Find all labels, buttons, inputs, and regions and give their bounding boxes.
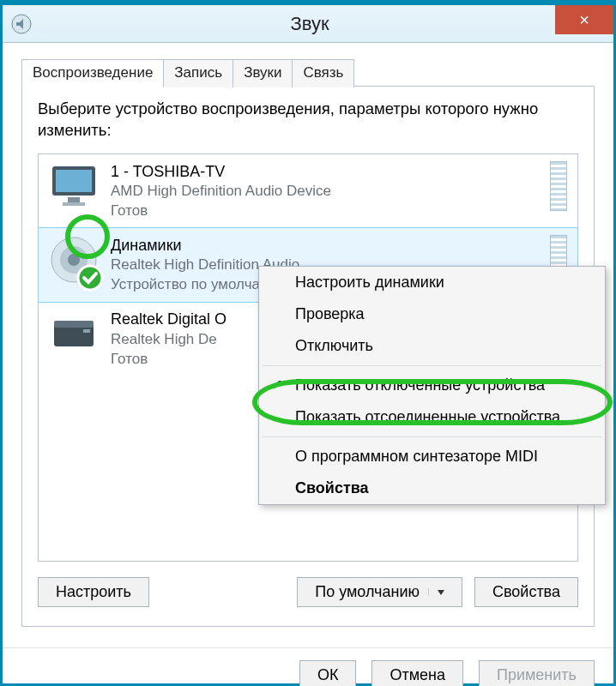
dialog-button-row: ОК Отмена Применить bbox=[3, 647, 613, 686]
svg-rect-5 bbox=[63, 202, 85, 206]
default-check-badge bbox=[76, 264, 104, 292]
tab-communications[interactable]: Связь bbox=[292, 59, 354, 87]
cancel-button[interactable]: Отмена bbox=[371, 660, 463, 686]
window-title: Звук bbox=[40, 13, 579, 35]
device-title: Динамики bbox=[111, 235, 543, 256]
set-default-label: По умолчанию bbox=[315, 583, 420, 601]
speaker-icon bbox=[49, 235, 99, 285]
chevron-down-icon bbox=[438, 590, 444, 595]
context-menu: Настроить динамики Проверка Отключить По… bbox=[258, 266, 606, 505]
menu-midi-synth[interactable]: О программном синтезаторе MIDI bbox=[259, 441, 605, 472]
tab-sounds[interactable]: Звуки bbox=[233, 59, 293, 87]
tab-strip: Воспроизведение Запись Звуки Связь bbox=[21, 59, 353, 87]
ok-button[interactable]: ОК bbox=[299, 660, 357, 686]
instruction-text: Выберите устройство воспроизведения, пар… bbox=[38, 99, 578, 141]
menu-configure-speakers[interactable]: Настроить динамики bbox=[259, 267, 605, 298]
menu-show-disabled[interactable]: Показать отключенные устройства bbox=[259, 370, 605, 401]
svg-rect-12 bbox=[83, 329, 90, 333]
menu-show-disconnected[interactable]: Показать отсоединенные устройства bbox=[259, 401, 605, 433]
svg-rect-3 bbox=[56, 170, 92, 192]
device-driver: AMD High Definition Audio Device bbox=[111, 182, 543, 202]
tab-playback[interactable]: Воспроизведение bbox=[21, 59, 164, 87]
configure-button[interactable]: Настроить bbox=[38, 577, 149, 607]
device-status: Готов bbox=[111, 202, 543, 221]
device-title: 1 - TOSHIBA-TV bbox=[111, 161, 543, 182]
titlebar: Звук × bbox=[3, 5, 613, 43]
svg-rect-4 bbox=[68, 197, 80, 202]
set-default-dropdown[interactable]: По умолчанию bbox=[297, 577, 462, 607]
menu-properties[interactable]: Свойства bbox=[259, 472, 605, 504]
menu-test[interactable]: Проверка bbox=[259, 298, 605, 330]
menu-separator bbox=[263, 365, 601, 366]
properties-button[interactable]: Свойства bbox=[474, 577, 578, 607]
sound-app-icon bbox=[11, 14, 32, 34]
apply-button[interactable]: Применить bbox=[479, 660, 595, 686]
level-meter bbox=[550, 161, 567, 211]
menu-separator bbox=[263, 436, 601, 437]
audio-box-icon bbox=[49, 309, 99, 358]
close-icon: × bbox=[579, 10, 589, 30]
svg-rect-11 bbox=[54, 321, 94, 328]
device-row-toshiba[interactable]: 1 - TOSHIBA-TV AMD High Definition Audio… bbox=[39, 154, 577, 228]
close-button[interactable]: × bbox=[555, 5, 613, 34]
monitor-icon bbox=[49, 161, 99, 211]
menu-disable[interactable]: Отключить bbox=[259, 330, 605, 362]
tab-record[interactable]: Запись bbox=[163, 59, 233, 87]
